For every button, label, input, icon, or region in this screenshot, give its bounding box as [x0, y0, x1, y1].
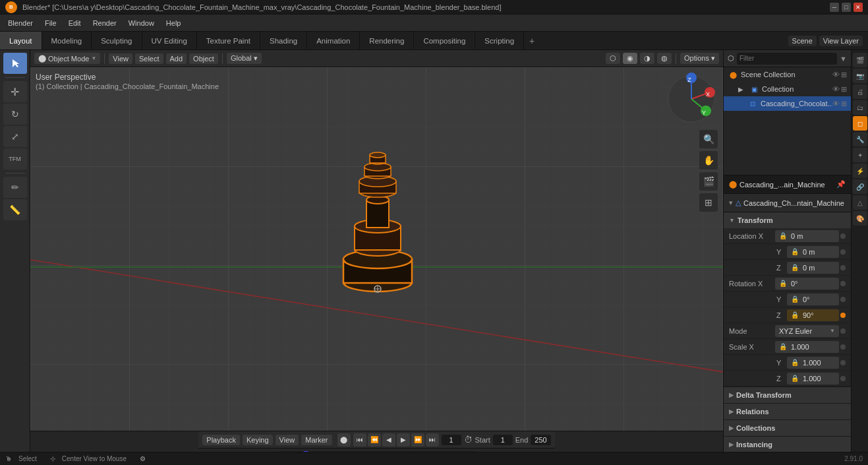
- collection-visibility[interactable]: 👁: [832, 85, 840, 93]
- mode-field[interactable]: XYZ Euler ▼: [775, 325, 839, 337]
- current-frame-field[interactable]: 1: [442, 435, 461, 445]
- outliner-filter-icon[interactable]: ▼: [840, 55, 847, 63]
- location-y-keyframe-dot[interactable]: [840, 249, 846, 255]
- prop-modifier-icon[interactable]: 🔧: [853, 132, 867, 146]
- add-menu[interactable]: Add: [166, 53, 187, 64]
- maximize-button[interactable]: □: [842, 3, 851, 12]
- collection-render[interactable]: ⊞: [841, 85, 847, 94]
- location-x-field[interactable]: 🔒 0 m: [775, 230, 839, 242]
- tab-sculpting[interactable]: Sculpting: [92, 32, 142, 49]
- transform-section-header[interactable]: ▼ Transform: [724, 212, 851, 228]
- rotation-x-keyframe-dot[interactable]: [840, 281, 846, 286]
- object-mode-dropdown[interactable]: ⬤ Object Mode ▼: [34, 53, 100, 64]
- keying-menu[interactable]: Keying: [243, 435, 273, 445]
- viewport-shading-rendered[interactable]: ◍: [657, 53, 672, 64]
- prop-particle-icon[interactable]: ✦: [853, 148, 867, 162]
- instancing-header[interactable]: ▶ Instancing: [724, 437, 851, 452]
- active-item-visibility[interactable]: 👁: [832, 100, 840, 108]
- prop-data-icon[interactable]: △: [853, 195, 867, 210]
- active-item-render[interactable]: ⊞: [841, 100, 847, 108]
- tab-animation[interactable]: Animation: [307, 32, 360, 49]
- location-y-field[interactable]: 🔒 0 m: [787, 246, 839, 258]
- scene-selector[interactable]: Scene: [788, 36, 817, 46]
- viewport-3d[interactable]: User Perspective (1) Collection | Cascad…: [30, 67, 723, 431]
- play-back-button[interactable]: ◀: [382, 433, 395, 447]
- scale-x-field[interactable]: 🔒 1.000: [775, 341, 839, 353]
- view-menu-timeline[interactable]: View: [275, 435, 299, 445]
- relations-header[interactable]: ▶ Relations: [724, 404, 851, 419]
- measure-tool[interactable]: 📏: [3, 199, 27, 220]
- viewport-shading-wireframe[interactable]: ⬡: [606, 53, 620, 64]
- jump-end-button[interactable]: ⏭: [426, 433, 439, 447]
- transform-tool[interactable]: TFM: [3, 148, 27, 170]
- pin-button[interactable]: 📌: [836, 180, 846, 189]
- play-button[interactable]: ▶: [397, 433, 410, 447]
- view-layer-selector[interactable]: View Layer: [819, 36, 863, 46]
- rotation-z-keyframe-dot[interactable]: [840, 313, 846, 318]
- tab-uv-editing[interactable]: UV Editing: [142, 32, 197, 49]
- location-z-keyframe-dot[interactable]: [840, 265, 846, 270]
- outliner-collection[interactable]: ▶ ▣ Collection 👁 ⊞: [732, 82, 851, 96]
- menu-window[interactable]: Window: [123, 18, 159, 28]
- tab-layout[interactable]: Layout: [0, 32, 42, 49]
- tab-texture-paint[interactable]: Texture Paint: [197, 32, 260, 49]
- close-button[interactable]: ✕: [854, 3, 863, 12]
- delta-transform-header[interactable]: ▶ Delta Transform: [724, 387, 851, 403]
- outliner-scene-collection[interactable]: ⬤ Scene Collection 👁 ⊞: [724, 67, 851, 82]
- annotate-tool[interactable]: ✏: [3, 177, 27, 198]
- object-menu[interactable]: Object: [189, 53, 218, 64]
- camera-view-button[interactable]: 🎬: [699, 172, 718, 191]
- cursor-tool[interactable]: [3, 53, 27, 74]
- prop-object-icon[interactable]: ◻: [853, 116, 867, 131]
- scale-z-keyframe-dot[interactable]: [840, 376, 846, 381]
- move-tool[interactable]: ✛: [3, 81, 27, 102]
- zoom-in-button[interactable]: 🔍: [699, 130, 718, 148]
- rotation-z-field[interactable]: 🔒 90°: [787, 309, 839, 321]
- add-workspace-button[interactable]: +: [524, 33, 540, 49]
- location-x-keyframe-dot[interactable]: [840, 233, 846, 239]
- viewport-shading-solid[interactable]: ◉: [623, 53, 637, 64]
- scene-collection-render[interactable]: ⊞: [841, 71, 847, 79]
- rotation-y-field[interactable]: 🔒 0°: [787, 294, 839, 305]
- pan-view-button[interactable]: ✋: [699, 151, 718, 170]
- rotation-x-field[interactable]: 🔒 0°: [775, 278, 839, 290]
- menu-edit[interactable]: Edit: [63, 18, 86, 28]
- scale-z-field[interactable]: 🔒 1.000: [787, 373, 839, 385]
- scale-y-field[interactable]: 🔒 1.000: [787, 357, 839, 369]
- prop-output-icon[interactable]: 🖨: [853, 84, 867, 99]
- transform-dropdown[interactable]: Global ▾: [227, 53, 262, 64]
- playback-menu[interactable]: Playback: [202, 435, 240, 445]
- outliner-active-item[interactable]: ⊡ Cascading_Chocolat... 👁 ⊞: [724, 96, 851, 111]
- minimize-button[interactable]: ─: [830, 3, 839, 12]
- nav-gizmo[interactable]: X Y Z: [665, 73, 718, 125]
- tab-compositing[interactable]: Compositing: [414, 32, 475, 49]
- orthographic-button[interactable]: ⊞: [699, 193, 718, 212]
- end-frame-field[interactable]: 250: [531, 435, 550, 445]
- rotation-y-keyframe-dot[interactable]: [840, 297, 846, 302]
- tab-modeling[interactable]: Modeling: [42, 32, 92, 49]
- options-menu[interactable]: Options ▾: [680, 53, 719, 64]
- tab-shading[interactable]: Shading: [260, 32, 307, 49]
- mode-dot[interactable]: [840, 328, 846, 334]
- rotate-tool[interactable]: ↻: [3, 104, 27, 125]
- prop-view-layer-icon[interactable]: 🗂: [853, 100, 867, 115]
- scene-collection-visibility[interactable]: 👁: [832, 71, 840, 78]
- location-z-field[interactable]: 🔒 0 m: [787, 262, 839, 274]
- prop-render-icon[interactable]: 📷: [853, 69, 867, 83]
- prop-physics-icon[interactable]: ⚡: [853, 164, 867, 178]
- step-back-button[interactable]: ⏪: [368, 433, 381, 447]
- tab-rendering[interactable]: Rendering: [360, 32, 414, 49]
- menu-file[interactable]: File: [40, 18, 62, 28]
- start-frame-field[interactable]: 1: [493, 435, 513, 445]
- prop-scene-icon[interactable]: 🎬: [853, 53, 867, 67]
- select-menu[interactable]: Select: [135, 53, 163, 64]
- menu-help[interactable]: Help: [161, 18, 187, 28]
- scale-tool[interactable]: ⤢: [3, 126, 27, 147]
- prop-constraints-icon[interactable]: 🔗: [853, 179, 867, 194]
- viewport-shading-material[interactable]: ◑: [640, 53, 654, 64]
- tab-scripting[interactable]: Scripting: [475, 32, 524, 49]
- keyframe-button[interactable]: ⬤: [337, 433, 351, 447]
- prop-material-icon[interactable]: 🎨: [853, 211, 867, 226]
- step-forward-button[interactable]: ⏩: [411, 433, 424, 447]
- view-menu[interactable]: View: [109, 53, 132, 64]
